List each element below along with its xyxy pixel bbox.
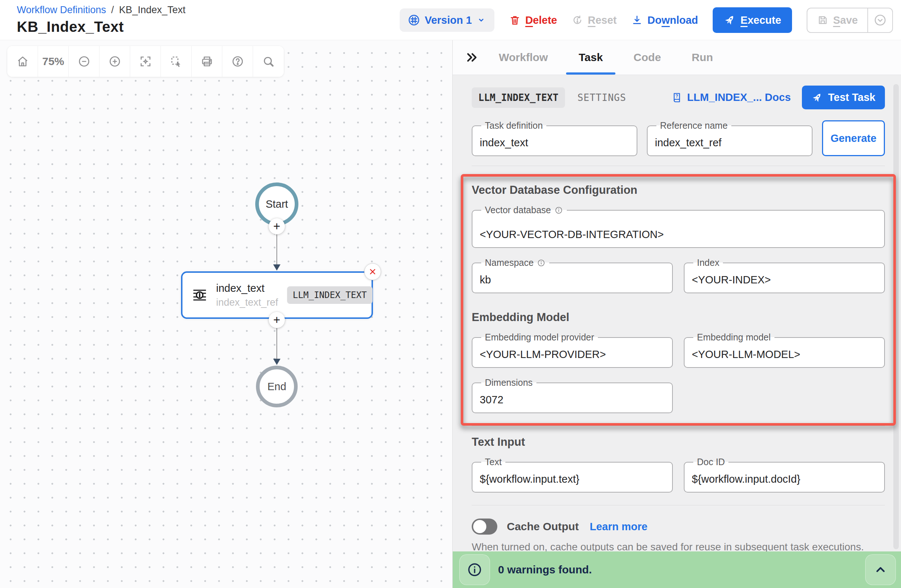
double-chevron-right-icon [465, 50, 479, 64]
highlighted-config-region: Vector Database Configuration Vector dat… [461, 174, 896, 426]
task-definition-field[interactable]: Task definition index_text [472, 120, 638, 156]
add-task-after-task-button[interactable]: + [269, 312, 285, 328]
task-panel-body: LLM_INDEX_TEXT SETTINGS ? LLM_INDEX_... … [453, 75, 901, 588]
cache-output-learn-more-link[interactable]: Learn more [590, 521, 648, 533]
collapse-panel-button[interactable] [460, 40, 483, 75]
canvas-toolbar: 75% [7, 46, 284, 77]
close-icon [368, 267, 377, 276]
right-panel: Workflow Task Code Run LLM_INDEX_TEXT SE… [452, 40, 901, 588]
llm-index-text-icon [192, 287, 207, 303]
namespace-index-row: Namespace kb Index <YOUR-INDEX> [472, 257, 885, 293]
embedding-section-heading: Embedding Model [472, 311, 885, 324]
dimensions-value[interactable]: 3072 [480, 388, 665, 406]
docs-book-icon: ? [671, 92, 683, 103]
trash-icon [509, 14, 521, 26]
task-subtab-row: LLM_INDEX_TEXT SETTINGS ? LLM_INDEX_... … [472, 86, 885, 109]
save-options-button[interactable] [868, 8, 892, 32]
namespace-label: Namespace [485, 257, 533, 268]
home-reset-view-button[interactable] [7, 46, 38, 77]
warnings-bar: 0 warnings found. [453, 551, 901, 588]
panel-scrollbar[interactable] [893, 84, 899, 549]
download-button[interactable]: Download [631, 14, 698, 27]
namespace-value[interactable]: kb [480, 268, 665, 286]
index-label: Index [697, 257, 719, 268]
breadcrumb-workflow-definitions[interactable]: Workflow Definitions [17, 5, 106, 16]
subtab-task-type[interactable]: LLM_INDEX_TEXT [472, 87, 565, 108]
delete-button[interactable]: Delete [509, 14, 557, 27]
task-node-title: index_text [216, 282, 278, 294]
doc-id-value[interactable]: ${workflow.input.docId} [692, 467, 877, 485]
arrowhead-into-end [273, 359, 281, 365]
collapse-warnings-button[interactable] [865, 554, 896, 585]
warnings-info-button[interactable] [459, 554, 490, 585]
floppy-icon [817, 14, 829, 26]
rocket-icon [724, 14, 736, 27]
zoom-out-button[interactable] [69, 46, 100, 77]
execute-button[interactable]: Execute [713, 7, 792, 33]
reference-name-field[interactable]: Reference name index_text_ref [647, 120, 812, 156]
subtab-settings[interactable]: SETTINGS [577, 92, 626, 103]
task-definition-label: Task definition [485, 120, 542, 131]
task-docs-link[interactable]: ? LLM_INDEX_... Docs [671, 91, 791, 103]
task-type-badge: LLM_INDEX_TEXT [287, 286, 373, 304]
embedding-provider-row: Embedding model provider <YOUR-LLM-PROVI… [472, 332, 885, 368]
reference-name-label: Reference name [660, 120, 728, 131]
app-header: Workflow Definitions / KB_Index_Text KB_… [0, 0, 901, 40]
save-button[interactable]: Save [807, 8, 868, 32]
text-value[interactable]: ${workflow.input.text} [480, 467, 665, 485]
reference-name-value[interactable]: index_text_ref [655, 131, 804, 149]
cache-output-row: Cache Output Learn more [472, 518, 885, 535]
select-area-button[interactable] [161, 46, 192, 77]
tab-run[interactable]: Run [677, 40, 728, 75]
text-input-section-heading: Text Input [472, 435, 885, 449]
embedding-model-value[interactable]: <YOUR-LLM-MODEL> [692, 343, 877, 360]
version-label: Version 1 [424, 14, 472, 27]
generate-button[interactable]: Generate [822, 120, 885, 156]
add-task-after-start-button[interactable]: + [269, 218, 285, 234]
task-definition-value[interactable]: index_text [480, 131, 629, 149]
tab-workflow[interactable]: Workflow [483, 40, 563, 75]
reset-button[interactable]: Reset [572, 14, 617, 27]
zoom-level-indicator[interactable]: 75% [38, 46, 69, 77]
download-icon [631, 14, 643, 26]
save-label: Save [833, 14, 858, 27]
breadcrumb: Workflow Definitions / KB_Index_Text [17, 5, 186, 16]
index-field[interactable]: Index <YOUR-INDEX> [684, 257, 885, 293]
main-area: 75% [0, 40, 901, 588]
chevron-down-icon [476, 15, 486, 25]
execute-label: Execute [740, 14, 781, 27]
end-node-label: End [267, 381, 286, 393]
vector-database-value[interactable]: <YOUR-VECTOR-DB-INTEGRATION> [480, 215, 877, 240]
embedding-model-label: Embedding model [697, 332, 771, 343]
section-divider [472, 426, 885, 426]
doc-id-field[interactable]: Doc ID ${workflow.input.docId} [684, 457, 885, 493]
embedding-model-field[interactable]: Embedding model <YOUR-LLM-MODEL> [684, 332, 885, 368]
zoom-in-button[interactable] [100, 46, 130, 77]
breadcrumb-current: KB_Index_Text [119, 5, 186, 16]
tab-code[interactable]: Code [618, 40, 677, 75]
help-button[interactable] [222, 46, 253, 77]
rocket-icon [811, 92, 823, 103]
test-task-button[interactable]: Test Task [802, 86, 885, 109]
vector-database-field[interactable]: Vector database <YOUR-VECTOR-DB-INTEGRAT… [472, 205, 885, 248]
search-button[interactable] [253, 46, 284, 77]
embedding-provider-value[interactable]: <YOUR-LLM-PROVIDER> [480, 343, 665, 360]
dimensions-field[interactable]: Dimensions 3072 [472, 377, 673, 413]
end-node[interactable]: End [256, 366, 298, 407]
task-definition-row: Task definition index_text Reference nam… [472, 120, 885, 156]
task-node-reference: index_text_ref [216, 297, 278, 308]
workflow-canvas[interactable]: 75% [0, 40, 452, 588]
namespace-field[interactable]: Namespace kb [472, 257, 673, 293]
tab-task[interactable]: Task [563, 40, 618, 75]
chevron-up-icon [873, 562, 888, 577]
app-root: Workflow Definitions / KB_Index_Text KB_… [0, 0, 901, 588]
index-value[interactable]: <YOUR-INDEX> [692, 268, 877, 286]
print-button[interactable] [192, 46, 222, 77]
remove-task-button[interactable] [364, 263, 381, 280]
cache-output-toggle[interactable] [472, 518, 497, 535]
text-field[interactable]: Text ${workflow.input.text} [472, 457, 673, 493]
version-selector[interactable]: Version 1 [400, 8, 494, 32]
fit-to-screen-button[interactable] [130, 46, 161, 77]
edge-start-to-task [276, 234, 277, 264]
embedding-provider-field[interactable]: Embedding model provider <YOUR-LLM-PROVI… [472, 332, 673, 368]
